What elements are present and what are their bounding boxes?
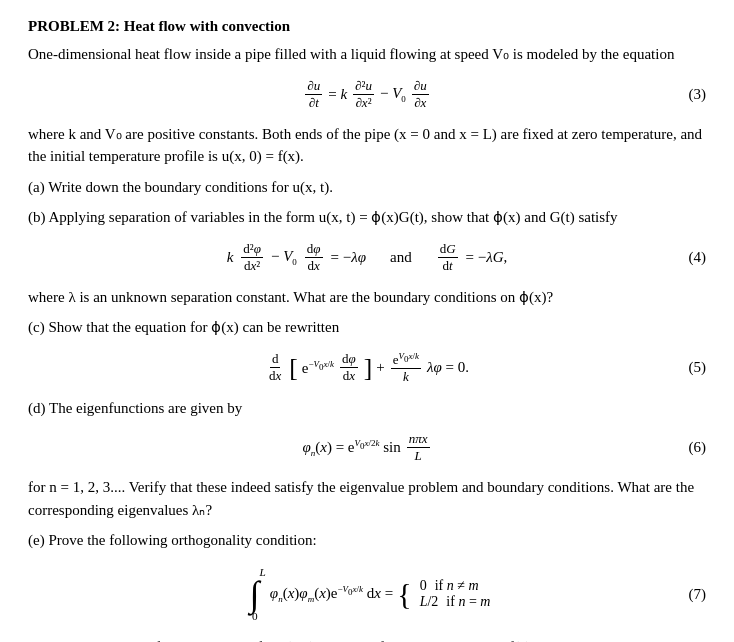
frac-dG: dG dt (438, 241, 458, 274)
and-word: and (390, 249, 412, 266)
equation-5: d dx [ e−V0x/k dφ dx ] + eV0x/k k λφ = 0… (28, 351, 706, 385)
intro-text: One-dimensional heat flow inside a pipe … (28, 43, 706, 66)
eq4-number: (4) (689, 249, 707, 266)
eq7-number: (7) (689, 586, 707, 603)
eq5-number: (5) (689, 359, 707, 376)
frac-d-dx-eq5: d dx (267, 351, 283, 384)
part-e-label: (e) Prove the following orthogonality co… (28, 529, 706, 552)
equation-6: φn(x) = eV0x/2k sin nπx L (6) (28, 431, 706, 464)
frac-npi: nπx L (407, 431, 430, 464)
eq6-number: (6) (689, 439, 707, 456)
frac-d2u-dx2: ∂²u ∂x² (353, 78, 374, 111)
frac-d2phi: d²φ dx² (241, 241, 263, 274)
frac-du-dx: ∂u ∂x (412, 78, 429, 111)
part-c-label: (c) Show that the equation for ϕ(x) can … (28, 316, 706, 339)
equation-7: L ∫ 0 φn(x)φm(x)e−V0x/k dx = { 0 if n ≠ … (28, 566, 706, 622)
part-a-label: (a) Write down the boundary conditions f… (28, 176, 706, 199)
part-d-label: (d) The eigenfunctions are given by (28, 397, 706, 420)
frac-dphi: dφ dx (305, 241, 323, 274)
using-text: Using orthogonality, find the solution f… (28, 636, 706, 642)
where-k-text: where k and V₀ are positive constants. B… (28, 123, 706, 168)
equation-3: ∂u ∂t = k ∂²u ∂x² − V0 ∂u ∂x (3) (28, 78, 706, 111)
frac-e-lambda: eV0x/k k (391, 351, 421, 385)
frac-du-dt: ∂u ∂t (305, 78, 322, 111)
equation-4: k d²φ dx² − V0 dφ dx = −λφ and dG dt = −… (28, 241, 706, 274)
cases-block: 0 if n ≠ m L/2 if n = m (420, 578, 491, 610)
eq3-number: (3) (689, 86, 707, 103)
problem-title: PROBLEM 2: Heat flow with convection (28, 18, 706, 35)
for-n-text: for n = 1, 2, 3.... Verify that these in… (28, 476, 706, 521)
where-lambda-text: where λ is an unknown separation constan… (28, 286, 706, 309)
frac-dphi-eq5: dφ dx (340, 351, 358, 384)
part-b-label: (b) Applying separation of variables in … (28, 206, 706, 229)
